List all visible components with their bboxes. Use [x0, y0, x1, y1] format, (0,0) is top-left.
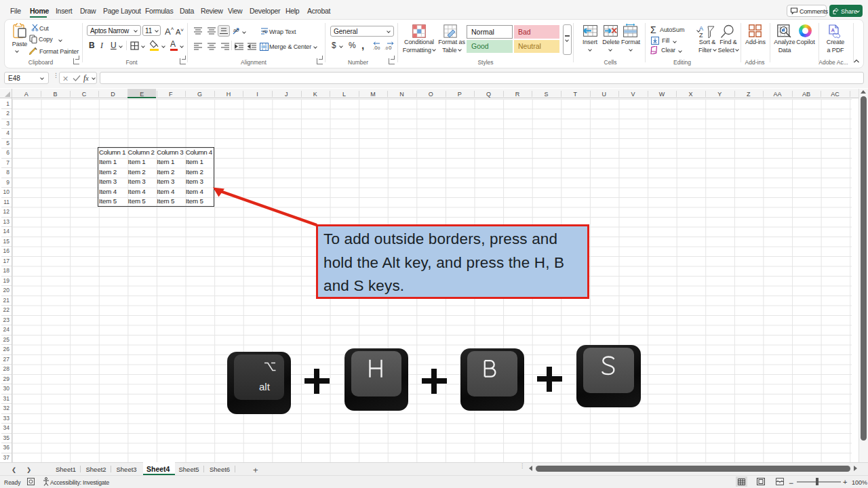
svg-text:Z: Z	[699, 32, 703, 39]
svg-text:.0: .0	[384, 46, 389, 50]
svg-text:ab: ab	[233, 28, 239, 33]
svg-text:A: A	[831, 27, 835, 33]
svg-text:A: A	[699, 25, 703, 32]
svg-text:0: 0	[378, 46, 380, 50]
svg-text:ab: ab	[262, 29, 267, 33]
svg-text:0: 0	[389, 45, 392, 50]
